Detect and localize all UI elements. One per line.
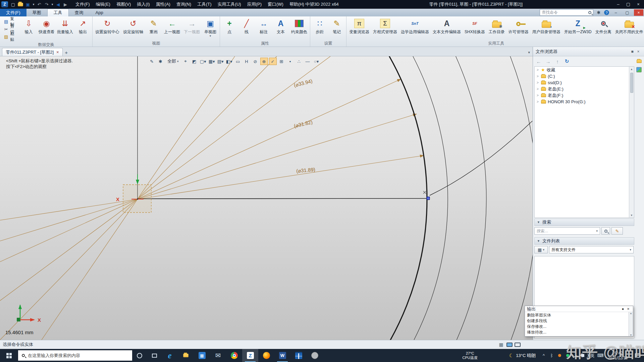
taskbar-search-input[interactable]: 在这里输入你要搜索的内容 — [18, 350, 132, 361]
notes-button[interactable]: ✎笔记 — [328, 17, 345, 35]
menu-file[interactable]: 文件(F) — [72, 0, 93, 9]
tray-app-green-icon[interactable] — [564, 349, 572, 362]
export-button[interactable]: ↗输出 — [74, 17, 91, 35]
tab-sketch[interactable]: 草图 — [26, 9, 47, 16]
search-go-button[interactable] — [601, 227, 610, 235]
search-dropdown-icon[interactable]: ▾ — [596, 229, 598, 233]
auto-constraint-toggle-icon[interactable]: ✓ — [269, 58, 277, 65]
volume-icon[interactable] — [580, 349, 588, 362]
step-button[interactable]: ∷步距 — [311, 17, 328, 35]
search-section-header[interactable]: ▼搜索 — [534, 219, 634, 226]
hide-icon[interactable]: ⊘ — [252, 58, 259, 65]
menu-window[interactable]: 窗口(W) — [265, 0, 286, 9]
forward-icon[interactable]: ▶ — [62, 1, 69, 7]
file-filter-select[interactable]: 所有支持文件▾ — [549, 246, 634, 253]
snap-toggle-icon[interactable]: ⊕ — [260, 58, 268, 65]
circle-style-dropdown-icon[interactable]: ○▾ — [313, 58, 320, 65]
license-manager-button[interactable]: 许可管理器 — [507, 17, 530, 35]
endpoint-marker[interactable] — [427, 197, 430, 200]
point-button[interactable]: +点 — [221, 17, 238, 35]
view-mode-dropdown[interactable]: ▦▾ — [534, 246, 548, 253]
grid-toggle-icon[interactable]: ▦ — [498, 342, 504, 348]
display-on-icon[interactable] — [506, 343, 513, 347]
file-detach-button[interactable]: 文件分离 — [594, 17, 613, 35]
clock-widget[interactable]: 20:42 2021/12/19 — [604, 351, 631, 361]
output-scrollbar[interactable]: ▲▼ — [629, 312, 633, 336]
taskbar-app-calculator[interactable]: ▦ — [194, 349, 210, 362]
scroll-up-icon[interactable]: ▲ — [630, 312, 632, 314]
menu-tools[interactable]: 工具(T) — [194, 0, 215, 9]
set-rotation-axis-button[interactable]: ↺设定旋转轴 — [121, 17, 145, 35]
tab-app[interactable]: App — [90, 9, 109, 16]
set-rotation-center-button[interactable]: ↻设置旋转中心 — [94, 17, 121, 35]
save-dropdown-icon[interactable]: ▾ — [32, 1, 35, 7]
nav-back-icon[interactable]: ← — [534, 57, 543, 65]
menu-edit[interactable]: 编辑(E) — [93, 0, 113, 9]
scroll-down-icon[interactable]: ▼ — [630, 213, 633, 218]
panel-pin-icon[interactable]: ■ — [629, 49, 635, 55]
dimension-d1[interactable]: (⌀33.94) — [293, 78, 313, 88]
display-off-icon[interactable] — [515, 343, 521, 347]
minimize-button[interactable]: – — [613, 0, 623, 8]
doc-close-button[interactable]: × — [634, 9, 643, 16]
palette-icon[interactable] — [636, 67, 642, 72]
start-button[interactable] — [0, 349, 18, 362]
origin-point[interactable] — [137, 198, 138, 200]
tab-tools[interactable]: 工具 — [47, 9, 69, 16]
library-folder-icon[interactable] — [637, 60, 642, 63]
close-button[interactable]: × — [633, 0, 643, 8]
panel-close-icon[interactable]: × — [635, 49, 641, 55]
tray-app-orange-icon[interactable] — [556, 349, 564, 362]
tab-file[interactable]: 文件(F) — [0, 9, 26, 16]
tree-item-e-drive[interactable]: >老盘(E:) — [535, 86, 634, 92]
expand-icon[interactable]: > — [537, 74, 539, 78]
dimension-d2[interactable]: (⌀31.82) — [293, 119, 313, 129]
scroll-down-icon[interactable]: ▼ — [630, 334, 632, 336]
tab-bar-overflow-icon[interactable]: ▾ — [528, 50, 530, 55]
document-tab[interactable]: 零件011.Z3PRT - [草图2] × — [2, 48, 63, 56]
table-dropdown-icon[interactable]: ▤▾ — [217, 58, 224, 65]
taskbar-app-firefox[interactable] — [258, 349, 274, 362]
scroll-up-icon[interactable]: ▲ — [630, 67, 633, 71]
menu-utilities[interactable]: 实用工具(U) — [215, 0, 244, 9]
working-directory-button[interactable]: 工作目录 — [487, 17, 506, 35]
previous-view-button[interactable]: ←上一视图 — [162, 17, 182, 35]
document-tab-close-icon[interactable]: × — [56, 50, 59, 55]
customize-dropdown-icon[interactable]: ▾ — [51, 1, 54, 7]
equation-manager-button[interactable]: Σ方程式管理器 — [371, 17, 399, 35]
cpu-temp-widget[interactable]: 27°C CPU温度 — [459, 351, 482, 360]
taskbar-app-word[interactable]: W — [274, 349, 290, 362]
menu-view[interactable]: 视图(V) — [113, 0, 134, 9]
text-button[interactable]: A文本 — [272, 17, 289, 35]
variable-browser-button[interactable]: π变量浏览器 — [347, 17, 371, 35]
start-another-zw3d-button[interactable]: Z开始另一ZW3D — [562, 17, 593, 35]
bluetooth-icon[interactable]: ᛒ — [548, 349, 556, 362]
tree-scrollbar[interactable]: ▲▼ — [629, 67, 634, 218]
learning-editor-button[interactable]: SnT边学边用编辑器 — [399, 17, 431, 35]
text-file-editor-button[interactable]: A文本文件编辑器 — [431, 17, 463, 35]
dots-icon[interactable]: ∴ — [295, 58, 303, 65]
constraint-colors-button[interactable]: 约束颜色 — [289, 17, 309, 35]
horizontal-sketch-line[interactable] — [138, 198, 427, 199]
hidden-icons-chevron[interactable]: ^ — [540, 349, 548, 362]
task-view-button[interactable] — [147, 349, 162, 362]
tree-item-g-drive[interactable]: >HONOR 30 Pro(G:) — [535, 99, 634, 105]
expand-icon[interactable]: > — [537, 81, 539, 84]
line-button[interactable]: ╱线 — [238, 17, 255, 35]
nav-up-icon[interactable]: ↑ — [553, 57, 562, 65]
taskbar-app-paint[interactable] — [307, 349, 323, 362]
search-filter-button[interactable]: ✎ — [611, 227, 623, 235]
help-icon[interactable]: ? — [604, 10, 609, 15]
nav-forward-icon[interactable]: → — [544, 57, 552, 65]
tree-item-f-drive[interactable]: >老盘(F:) — [535, 92, 634, 99]
tree-item-c-drive[interactable]: >(C:) — [535, 73, 634, 79]
back-icon[interactable]: ◀ — [55, 1, 61, 7]
import-button[interactable]: ⇩输入 — [20, 17, 37, 35]
user-directory-manager-button[interactable]: 用户目录管理器 — [531, 17, 562, 35]
settings-gear-icon[interactable]: ✱ — [595, 9, 602, 16]
action-center-button[interactable] — [631, 349, 644, 362]
profile-arc-4[interactable] — [0, 56, 533, 340]
quick-view-button[interactable]: ◉快速查看 — [38, 17, 56, 35]
input-language-button[interactable]: 英 — [588, 349, 596, 362]
pick-target-icon[interactable]: ⌖ — [182, 58, 190, 65]
